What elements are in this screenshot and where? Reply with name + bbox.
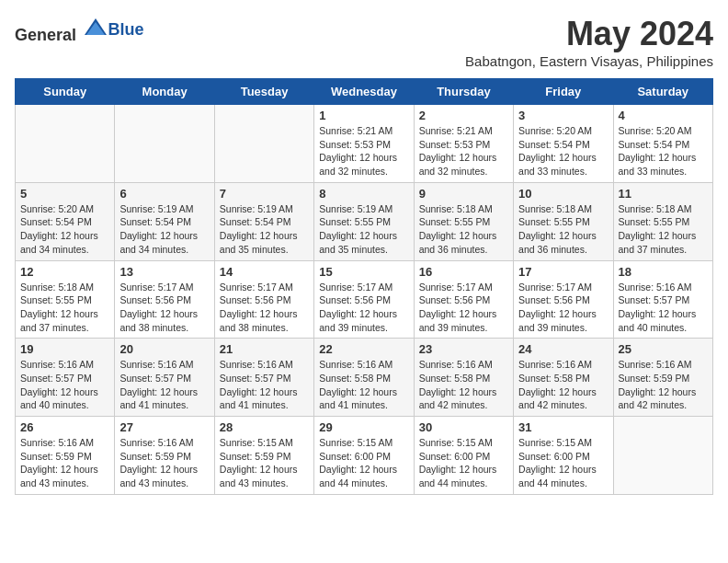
day-header-monday: Monday [115,79,214,105]
calendar-cell [613,417,712,495]
calendar-cell: 19Sunrise: 5:16 AM Sunset: 5:57 PM Dayli… [16,339,115,417]
calendar-cell: 16Sunrise: 5:17 AM Sunset: 5:56 PM Dayli… [414,260,513,339]
day-info: Sunrise: 5:17 AM Sunset: 5:56 PM Dayligh… [419,281,508,335]
day-info: Sunrise: 5:15 AM Sunset: 6:00 PM Dayligh… [319,436,408,490]
calendar-cell: 26Sunrise: 5:16 AM Sunset: 5:59 PM Dayli… [16,417,115,495]
calendar-cell: 6Sunrise: 5:19 AM Sunset: 5:54 PM Daylig… [115,182,214,260]
calendar-cell: 18Sunrise: 5:16 AM Sunset: 5:57 PM Dayli… [613,260,712,339]
day-info: Sunrise: 5:21 AM Sunset: 5:53 PM Dayligh… [319,124,408,178]
day-number: 10 [518,187,608,201]
day-number: 22 [319,342,408,356]
calendar-cell: 4Sunrise: 5:20 AM Sunset: 5:54 PM Daylig… [613,105,712,183]
calendar-cell: 8Sunrise: 5:19 AM Sunset: 5:55 PM Daylig… [314,182,414,260]
day-number: 24 [518,342,608,356]
calendar-cell: 9Sunrise: 5:18 AM Sunset: 5:55 PM Daylig… [414,182,513,260]
day-info: Sunrise: 5:17 AM Sunset: 5:56 PM Dayligh… [119,281,209,335]
calendar-cell: 3Sunrise: 5:20 AM Sunset: 5:54 PM Daylig… [514,105,613,183]
day-header-tuesday: Tuesday [214,79,313,105]
day-number: 20 [119,342,209,356]
day-info: Sunrise: 5:16 AM Sunset: 5:58 PM Dayligh… [419,358,508,412]
day-info: Sunrise: 5:19 AM Sunset: 5:54 PM Dayligh… [119,202,209,257]
calendar-cell: 17Sunrise: 5:17 AM Sunset: 5:56 PM Dayli… [514,260,613,339]
day-number: 8 [319,187,408,201]
calendar-cell: 21Sunrise: 5:16 AM Sunset: 5:57 PM Dayli… [214,339,313,417]
logo-text-blue: Blue [108,20,144,39]
day-info: Sunrise: 5:18 AM Sunset: 5:55 PM Dayligh… [20,281,109,335]
day-number: 5 [20,187,109,201]
day-number: 27 [119,420,209,434]
calendar-table: SundayMondayTuesdayWednesdayThursdayFrid… [15,78,713,495]
day-info: Sunrise: 5:16 AM Sunset: 5:57 PM Dayligh… [119,358,209,412]
day-number: 17 [518,265,608,279]
day-info: Sunrise: 5:18 AM Sunset: 5:55 PM Dayligh… [419,202,508,257]
calendar-cell [214,105,313,183]
day-info: Sunrise: 5:17 AM Sunset: 5:56 PM Dayligh… [518,281,608,335]
title-area: May 2024 Babatngon, Eastern Visayas, Phi… [465,15,713,69]
day-header-friday: Friday [514,79,613,105]
calendar-cell: 1Sunrise: 5:21 AM Sunset: 5:53 PM Daylig… [314,105,414,183]
sub-title: Babatngon, Eastern Visayas, Philippines [465,53,713,69]
day-number: 15 [319,265,408,279]
day-number: 3 [518,109,608,122]
day-info: Sunrise: 5:18 AM Sunset: 5:55 PM Dayligh… [518,202,608,257]
calendar-cell: 13Sunrise: 5:17 AM Sunset: 5:56 PM Dayli… [115,260,214,339]
calendar-cell [115,105,214,183]
day-info: Sunrise: 5:19 AM Sunset: 5:55 PM Dayligh… [319,202,408,257]
calendar-cell: 24Sunrise: 5:16 AM Sunset: 5:58 PM Dayli… [514,339,613,417]
day-header-saturday: Saturday [613,79,712,105]
day-number: 16 [419,265,508,279]
day-info: Sunrise: 5:21 AM Sunset: 5:53 PM Dayligh… [419,124,508,178]
day-number: 19 [20,342,109,356]
main-title: May 2024 [465,15,713,53]
day-header-thursday: Thursday [414,79,513,105]
calendar-cell: 30Sunrise: 5:15 AM Sunset: 6:00 PM Dayli… [414,417,513,495]
day-number: 11 [619,187,708,201]
day-info: Sunrise: 5:15 AM Sunset: 6:00 PM Dayligh… [419,436,508,490]
day-info: Sunrise: 5:16 AM Sunset: 5:57 PM Dayligh… [619,281,708,335]
day-number: 4 [619,109,708,122]
calendar-cell: 12Sunrise: 5:18 AM Sunset: 5:55 PM Dayli… [16,260,115,339]
day-number: 21 [220,342,309,356]
day-info: Sunrise: 5:16 AM Sunset: 5:57 PM Dayligh… [20,358,109,412]
day-number: 12 [20,265,109,279]
day-number: 18 [619,265,708,279]
day-info: Sunrise: 5:20 AM Sunset: 5:54 PM Dayligh… [518,124,608,178]
calendar-cell: 22Sunrise: 5:16 AM Sunset: 5:58 PM Dayli… [314,339,414,417]
day-number: 6 [119,187,209,201]
logo-icon [83,15,108,40]
logo-text-general: General [15,26,76,44]
day-number: 28 [220,420,309,434]
day-info: Sunrise: 5:20 AM Sunset: 5:54 PM Dayligh… [20,202,109,257]
calendar-cell: 27Sunrise: 5:16 AM Sunset: 5:59 PM Dayli… [115,417,214,495]
day-info: Sunrise: 5:16 AM Sunset: 5:59 PM Dayligh… [20,436,109,490]
calendar-cell: 20Sunrise: 5:16 AM Sunset: 5:57 PM Dayli… [115,339,214,417]
day-info: Sunrise: 5:16 AM Sunset: 5:59 PM Dayligh… [619,358,708,412]
day-number: 26 [20,420,109,434]
day-info: Sunrise: 5:16 AM Sunset: 5:59 PM Dayligh… [119,436,209,490]
calendar-cell: 14Sunrise: 5:17 AM Sunset: 5:56 PM Dayli… [214,260,313,339]
calendar-cell: 28Sunrise: 5:15 AM Sunset: 5:59 PM Dayli… [214,417,313,495]
calendar-cell: 23Sunrise: 5:16 AM Sunset: 5:58 PM Dayli… [414,339,513,417]
day-info: Sunrise: 5:16 AM Sunset: 5:58 PM Dayligh… [319,358,408,412]
calendar-cell: 10Sunrise: 5:18 AM Sunset: 5:55 PM Dayli… [514,182,613,260]
day-number: 31 [518,420,608,434]
day-number: 7 [220,187,309,201]
day-header-wednesday: Wednesday [314,79,414,105]
calendar-cell: 25Sunrise: 5:16 AM Sunset: 5:59 PM Dayli… [613,339,712,417]
calendar-cell: 5Sunrise: 5:20 AM Sunset: 5:54 PM Daylig… [16,182,115,260]
day-info: Sunrise: 5:18 AM Sunset: 5:55 PM Dayligh… [619,202,708,257]
day-number: 9 [419,187,508,201]
calendar-cell: 11Sunrise: 5:18 AM Sunset: 5:55 PM Dayli… [613,182,712,260]
calendar-cell: 15Sunrise: 5:17 AM Sunset: 5:56 PM Dayli… [314,260,414,339]
day-number: 29 [319,420,408,434]
day-info: Sunrise: 5:17 AM Sunset: 5:56 PM Dayligh… [319,281,408,335]
day-number: 30 [419,420,508,434]
day-info: Sunrise: 5:16 AM Sunset: 5:58 PM Dayligh… [518,358,608,412]
calendar-cell: 31Sunrise: 5:15 AM Sunset: 6:00 PM Dayli… [514,417,613,495]
day-number: 13 [119,265,209,279]
day-info: Sunrise: 5:15 AM Sunset: 6:00 PM Dayligh… [518,436,608,490]
day-info: Sunrise: 5:15 AM Sunset: 5:59 PM Dayligh… [220,436,309,490]
header: General Blue May 2024 Babatngon, Eastern… [15,15,713,69]
day-number: 1 [319,109,408,122]
calendar-cell: 29Sunrise: 5:15 AM Sunset: 6:00 PM Dayli… [314,417,414,495]
